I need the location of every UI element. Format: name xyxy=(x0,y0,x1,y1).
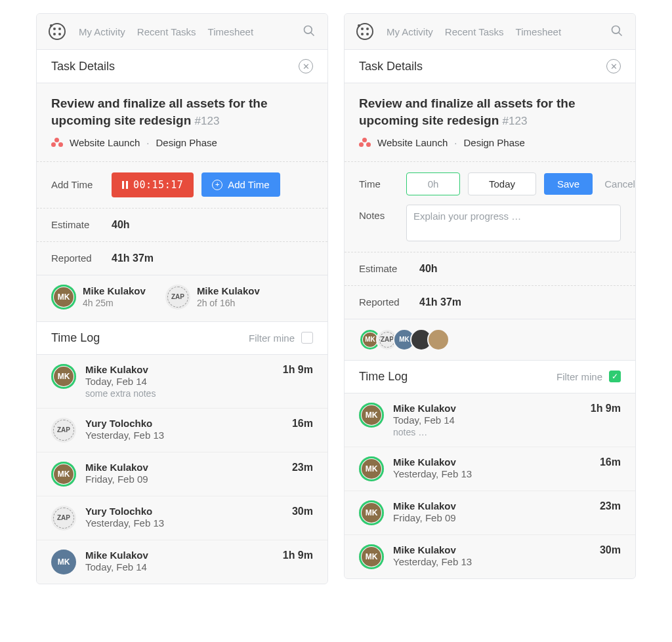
log-entry[interactable]: MK Mike Kulakov Yesterday, Feb 13 30m xyxy=(345,535,635,578)
avatar-group: MK ZAP MK xyxy=(345,319,635,361)
header: My Activity Recent Tasks Timesheet xyxy=(37,14,327,50)
assignee-name: Mike Kulakov xyxy=(83,285,146,296)
log-notes: notes … xyxy=(393,427,581,437)
cancel-button[interactable]: Cancel xyxy=(600,173,636,195)
log-time: 23m xyxy=(600,500,621,512)
log-name: Yury Tolochko xyxy=(85,506,283,517)
log-entry[interactable]: MK Mike Kulakov Today, Feb 14 some extra… xyxy=(37,355,327,409)
filter-mine[interactable]: Filter mine xyxy=(249,332,313,344)
svg-point-0 xyxy=(304,26,312,33)
date-input[interactable] xyxy=(468,172,536,195)
log-name: Mike Kulakov xyxy=(393,403,581,414)
filter-mine[interactable]: Filter mine ✓ xyxy=(556,371,621,382)
assignee[interactable]: ZAP Mike Kulakov 2h of 16h xyxy=(165,285,260,310)
reported-label: Reported xyxy=(359,296,411,308)
time-log-title: Time Log xyxy=(359,370,408,384)
log-name: Mike Kulakov xyxy=(393,544,591,555)
asana-icon xyxy=(51,138,63,147)
log-entry[interactable]: MK Mike Kulakov Today, Feb 14 1h 9m xyxy=(37,540,327,584)
log-name: Mike Kulakov xyxy=(85,364,274,375)
meta-separator: · xyxy=(454,137,457,148)
avatar: MK xyxy=(359,500,384,525)
nav: My Activity Recent Tasks Timesheet xyxy=(79,26,289,37)
reported-label: Reported xyxy=(51,252,104,264)
timer-button[interactable]: 00:15:17 xyxy=(112,172,194,197)
log-entry[interactable]: MK Mike Kulakov Today, Feb 14 notes … 1h… xyxy=(345,393,635,447)
assignee-name: Mike Kulakov xyxy=(197,285,260,296)
notes-textarea[interactable] xyxy=(406,205,621,241)
log-date: Yesterday, Feb 13 xyxy=(393,468,591,479)
log-time: 1h 9m xyxy=(283,364,313,376)
assignee[interactable]: MK Mike Kulakov 4h 25m xyxy=(51,285,146,310)
avatar: ZAP xyxy=(51,418,76,443)
close-icon[interactable]: ✕ xyxy=(299,59,313,73)
reported-row: Reported 41h 37m xyxy=(37,242,327,275)
log-time: 30m xyxy=(292,506,313,517)
time-log-header: Time Log Filter mine xyxy=(37,322,327,355)
log-name: Mike Kulakov xyxy=(393,500,591,512)
filter-mine-checkbox[interactable] xyxy=(301,332,313,344)
log-date: Today, Feb 14 xyxy=(85,561,274,572)
log-date: Yesterday, Feb 13 xyxy=(85,517,283,529)
log-entry[interactable]: MK Mike Kulakov Friday, Feb 09 23m xyxy=(345,491,635,535)
log-date: Friday, Feb 09 xyxy=(393,512,591,523)
log-time: 1h 9m xyxy=(591,403,621,414)
add-time-label: Add Time xyxy=(51,179,104,190)
avatar[interactable] xyxy=(427,329,450,351)
task-project[interactable]: Website Launch xyxy=(377,137,448,148)
avatar: MK xyxy=(51,285,76,310)
timer-value: 00:15:17 xyxy=(133,179,183,191)
log-entry[interactable]: ZAP Yury Tolochko Yesterday, Feb 13 16m xyxy=(37,409,327,452)
save-button[interactable]: Save xyxy=(544,173,593,195)
task-project[interactable]: Website Launch xyxy=(70,137,140,148)
header: My Activity Recent Tasks Timesheet xyxy=(345,14,635,50)
reported-row: Reported 41h 37m xyxy=(345,286,635,319)
svg-point-2 xyxy=(612,26,620,33)
add-time-button-label: Add Time xyxy=(228,179,269,190)
log-time: 16m xyxy=(600,456,621,468)
task-header: Review and finalize all assets for the u… xyxy=(345,83,635,162)
avatar: MK xyxy=(359,456,384,481)
log-entry[interactable]: MK Mike Kulakov Yesterday, Feb 13 16m xyxy=(345,447,635,491)
nav-my-activity[interactable]: My Activity xyxy=(387,26,433,37)
avatar: MK xyxy=(51,550,76,574)
close-icon[interactable]: ✕ xyxy=(606,59,621,73)
filter-mine-label: Filter mine xyxy=(556,371,602,382)
estimate-label: Estimate xyxy=(359,263,411,274)
nav-timesheet[interactable]: Timesheet xyxy=(516,26,561,37)
log-entry[interactable]: ZAP Yury Tolochko Yesterday, Feb 13 30m xyxy=(37,496,327,540)
log-name: Mike Kulakov xyxy=(85,550,274,561)
nav-timesheet[interactable]: Timesheet xyxy=(208,26,253,37)
task-phase[interactable]: Design Phase xyxy=(156,137,217,148)
task-title: Review and finalize all assets for the u… xyxy=(51,95,313,129)
nav-recent-tasks[interactable]: Recent Tasks xyxy=(445,26,504,37)
estimate-value: 40h xyxy=(419,263,438,275)
log-time: 23m xyxy=(292,462,313,473)
pause-icon xyxy=(122,181,128,189)
hours-input[interactable] xyxy=(406,172,460,195)
task-panel-form: My Activity Recent Tasks Timesheet Task … xyxy=(344,13,636,579)
meta-separator: · xyxy=(146,137,149,148)
log-entry[interactable]: MK Mike Kulakov Friday, Feb 09 23m xyxy=(37,452,327,496)
time-form: Time Save Cancel Notes xyxy=(345,162,635,252)
notes-label: Notes xyxy=(359,205,398,221)
task-phase[interactable]: Design Phase xyxy=(463,137,524,148)
nav: My Activity Recent Tasks Timesheet xyxy=(387,26,597,37)
filter-mine-checkbox[interactable]: ✓ xyxy=(609,371,621,382)
estimate-row: Estimate 40h xyxy=(345,252,635,286)
avatar: MK xyxy=(359,403,384,428)
estimate-value: 40h xyxy=(112,219,130,231)
avatar: MK xyxy=(359,544,384,569)
task-title-text: Review and finalize all assets for the u… xyxy=(51,96,267,127)
time-log-title: Time Log xyxy=(51,331,100,345)
log-date: Today, Feb 14 xyxy=(85,376,274,387)
search-icon[interactable] xyxy=(303,24,316,39)
add-time-row: Add Time 00:15:17 + Add Time xyxy=(37,162,327,209)
log-name: Mike Kulakov xyxy=(85,462,283,473)
avatar: MK xyxy=(51,364,76,389)
nav-my-activity[interactable]: My Activity xyxy=(79,26,125,37)
search-icon[interactable] xyxy=(610,24,623,39)
task-details-bar: Task Details ✕ xyxy=(345,50,635,83)
nav-recent-tasks[interactable]: Recent Tasks xyxy=(137,26,196,37)
add-time-button[interactable]: + Add Time xyxy=(201,172,280,197)
